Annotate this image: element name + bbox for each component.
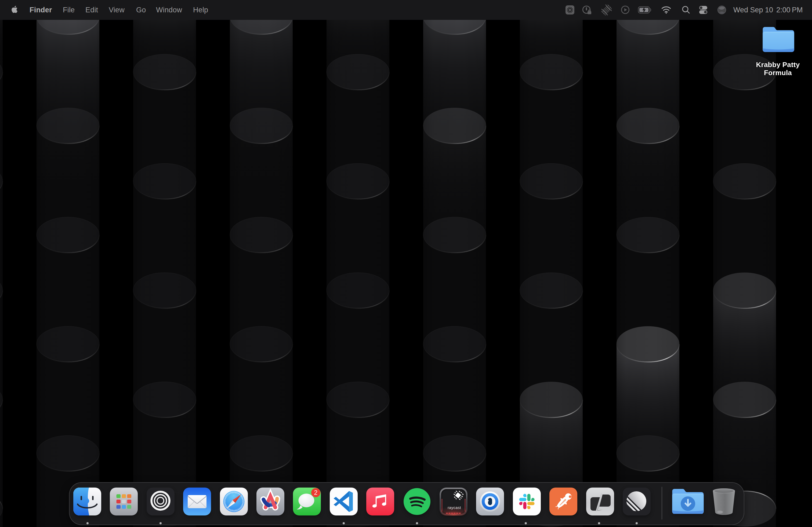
svg-text:raycast: raycast: [448, 506, 461, 510]
svg-text:2: 2: [314, 489, 318, 496]
